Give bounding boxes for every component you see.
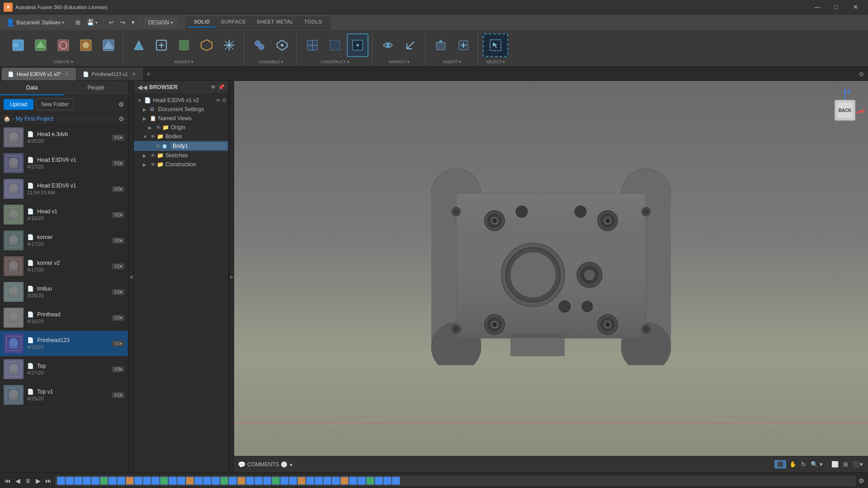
design-mode-dropdown[interactable]: DESIGN ▾ xyxy=(144,18,178,28)
timeline-strip[interactable] xyxy=(55,475,856,486)
modify-btn-4[interactable] xyxy=(196,33,217,57)
maximize-button[interactable]: □ xyxy=(827,1,845,14)
file-list-item[interactable]: 📄 Top v1 4/25/20 V1▾ xyxy=(0,382,128,408)
timeline-pause-button[interactable]: ⏸ xyxy=(24,476,32,485)
create-btn-1[interactable] xyxy=(7,33,29,57)
insert-btn-1[interactable] xyxy=(430,33,452,57)
comments-expand[interactable]: ◂ xyxy=(289,461,292,468)
tab-tools[interactable]: TOOLS xyxy=(299,17,328,28)
file-version-badge[interactable]: V1▾ xyxy=(112,289,124,295)
select-btn-1[interactable] xyxy=(483,33,508,57)
tree-sketches[interactable]: ▶ 👁 📁 Sketches xyxy=(134,151,228,160)
modify-btn-3[interactable] xyxy=(173,33,195,57)
save-button[interactable]: 💾 ▾ xyxy=(85,18,100,27)
construct-btn-1[interactable] xyxy=(302,33,323,57)
file-version-badge[interactable]: V1▾ xyxy=(112,212,124,218)
browser-right-collapse[interactable]: ▶ xyxy=(229,81,234,472)
browser-left-btn[interactable]: ◀◀ xyxy=(137,84,147,91)
file-version-badge[interactable]: V1▾ xyxy=(112,392,124,398)
file-list-item[interactable]: 📄 Head E3DV6 v1 4/27/20 V1▾ xyxy=(0,150,128,176)
file-list-item[interactable]: 📄 lm8uu 3/26/20 V1▾ xyxy=(0,279,128,305)
file-version-badge[interactable]: V2▾ xyxy=(112,315,124,321)
nav-settings-button[interactable]: ⚙ xyxy=(118,115,124,122)
tree-named-views[interactable]: ▶ 📋 Named Views xyxy=(134,114,228,123)
file-list-item[interactable]: 📄 Head E3DV6 v1 11:54:19 AM V2▾ xyxy=(0,176,128,202)
zoom-button[interactable]: 🔍 ▾ xyxy=(809,460,824,469)
file-version-badge[interactable]: V2▾ xyxy=(112,238,124,244)
tab-sheet-metal[interactable]: SHEET METAL xyxy=(251,17,299,28)
timeline-start-button[interactable]: ⏮ xyxy=(4,476,12,485)
modify-btn-5[interactable] xyxy=(218,33,240,57)
sidebar-tab-people[interactable]: People xyxy=(64,81,128,95)
breadcrumb-project[interactable]: My First Project xyxy=(16,116,53,122)
browser-eye-button[interactable]: 👁 xyxy=(211,84,216,90)
create-btn-2[interactable] xyxy=(30,33,52,57)
environment-button[interactable]: ⬛▾ xyxy=(851,460,864,469)
file-list-item[interactable]: 📄 Head e.3dvb 4/25/20 V1▾ xyxy=(0,125,128,150)
add-tab-button[interactable]: + xyxy=(144,70,153,78)
file-list-item[interactable]: 📄 Printhead123 4/25/20 V1▾ xyxy=(0,331,128,357)
inspect-btn-2[interactable] xyxy=(400,33,421,57)
look-at-button[interactable]: ↻ xyxy=(800,460,807,469)
sidebar-tab-data[interactable]: Data xyxy=(0,81,64,95)
sidebar-settings-button[interactable]: ⚙ xyxy=(118,101,124,108)
file-list-item[interactable]: 📄 Head v1 4/16/20 V1▾ xyxy=(0,202,128,228)
viewport[interactable]: Z X BACK 💬 COMMENT xyxy=(234,81,868,472)
history-dropdown[interactable]: ▾ xyxy=(129,18,137,27)
minimize-button[interactable]: — xyxy=(808,1,826,14)
doc-tab-head[interactable]: 📄 Head E3DV6 v1 v2* ✕ xyxy=(2,68,76,80)
modify-btn-1[interactable] xyxy=(128,33,150,57)
file-version-badge[interactable]: V2▾ xyxy=(112,186,124,192)
file-version-badge[interactable]: V1▾ xyxy=(112,263,124,269)
doc-tab-printhead[interactable]: 📄 Printhead123 v1 ✕ xyxy=(77,68,143,80)
tree-origin[interactable]: ▶ 👁 📁 Origin xyxy=(134,123,228,132)
assemble-btn-1[interactable] xyxy=(249,33,270,57)
undo-button[interactable]: ↩ xyxy=(107,18,116,27)
display-mode-button[interactable]: ⬛ xyxy=(774,460,786,469)
tree-body1[interactable]: 👁 ◼ Body1 xyxy=(134,141,228,151)
timeline-end-button[interactable]: ⏭ xyxy=(44,476,52,485)
orbit-button[interactable]: ✋ xyxy=(788,460,798,469)
create-btn-5[interactable] xyxy=(98,33,119,57)
file-list-item[interactable]: 📄 Top 4/27/20 V3▾ xyxy=(0,357,128,382)
tree-root[interactable]: ▼ 📄 Head E3DV6 v1 v2 👁 ⚙ xyxy=(134,96,228,105)
tab-solid[interactable]: SOLID xyxy=(189,17,216,28)
user-profile-button[interactable]: 👤 Василий Зайкин ▾ xyxy=(4,17,66,28)
file-list-item[interactable]: 📄 Printhead 4/16/20 V2▾ xyxy=(0,305,128,331)
tree-bodies[interactable]: ▼ 👁 📁 Bodies xyxy=(134,132,228,141)
display-settings-button[interactable]: ⬜ xyxy=(830,460,840,469)
create-btn-3[interactable] xyxy=(52,33,74,57)
close-tab-0[interactable]: ✕ xyxy=(64,71,70,77)
file-list-item[interactable]: 📄 korner v2 4/17/20 V1▾ xyxy=(0,253,128,279)
timeline-settings-button[interactable]: ⚙ xyxy=(859,477,864,484)
assemble-btn-2[interactable] xyxy=(271,33,293,57)
grid-settings-button[interactable]: ⊞ xyxy=(842,460,849,469)
construct-btn-2[interactable] xyxy=(324,33,346,57)
viewcube[interactable]: Z X BACK xyxy=(825,88,861,124)
file-version-badge[interactable]: V1▾ xyxy=(112,135,124,141)
close-tab-1[interactable]: ✕ xyxy=(131,71,137,77)
timeline-prev-button[interactable]: ◀ xyxy=(14,476,21,485)
new-folder-button[interactable]: New Folder xyxy=(36,99,74,110)
file-version-badge[interactable]: V3▾ xyxy=(112,366,124,372)
file-version-badge[interactable]: V1▾ xyxy=(112,341,124,347)
comments-toggle[interactable]: ⚪ xyxy=(281,461,288,468)
file-version-badge[interactable]: V1▾ xyxy=(112,160,124,166)
timeline-next-button[interactable]: ▶ xyxy=(35,476,42,485)
close-button[interactable]: ✕ xyxy=(846,1,864,14)
redo-button[interactable]: ↪ xyxy=(118,18,127,27)
create-btn-4[interactable] xyxy=(75,33,97,57)
tree-construction[interactable]: ▶ 👁 📁 Construction xyxy=(134,160,228,169)
upload-button[interactable]: Upload xyxy=(4,99,33,110)
home-button[interactable]: 🏠 xyxy=(4,116,10,122)
app-grid-button[interactable]: ⊞ xyxy=(73,18,83,27)
file-list-item[interactable]: 📄 korner 4/17/20 V2▾ xyxy=(0,228,128,253)
tab-surface[interactable]: SURFACE xyxy=(215,17,251,28)
browser-pin-button[interactable]: 📌 xyxy=(218,84,225,90)
browser-collapse-handle[interactable]: ◀ xyxy=(128,81,134,472)
construct-btn-3[interactable] xyxy=(347,33,368,57)
modify-btn-2[interactable] xyxy=(151,33,172,57)
insert-btn-2[interactable] xyxy=(453,33,474,57)
inspect-btn-1[interactable] xyxy=(377,33,399,57)
tree-doc-settings[interactable]: ▶ ⚙ Document Settings xyxy=(134,105,228,114)
